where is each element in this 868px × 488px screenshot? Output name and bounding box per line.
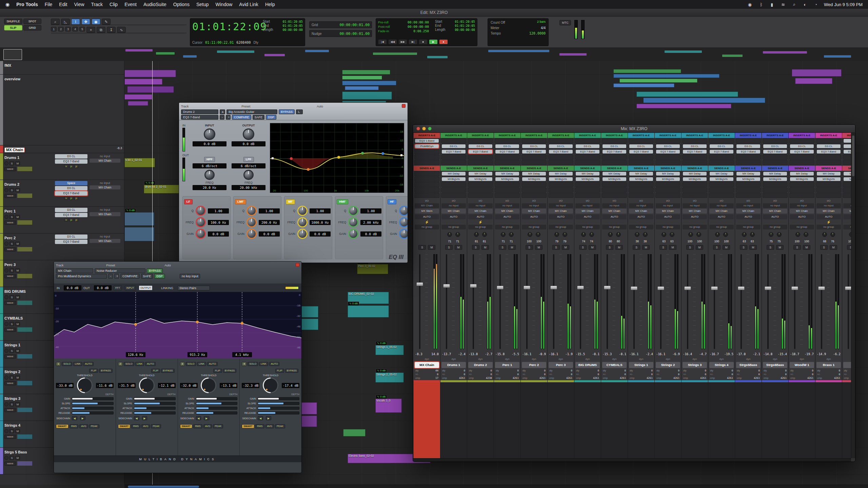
send-slot[interactable]: MXBigVrb: [602, 177, 627, 182]
next-preset-button[interactable]: +: [226, 115, 231, 120]
comments-area[interactable]: [842, 382, 851, 458]
input-path-selector[interactable]: no input: [602, 203, 627, 208]
output-path-selector[interactable]: MX Chain: [468, 209, 493, 214]
solo-button[interactable]: S: [9, 456, 14, 460]
smart-button[interactable]: SMART: [180, 424, 193, 428]
output-gain-knob[interactable]: [243, 128, 254, 140]
track-name[interactable]: fMX: [4, 63, 11, 67]
insert-slot[interactable]: [575, 138, 600, 143]
insert-slot[interactable]: [816, 138, 841, 143]
zoom-preset-2[interactable]: 2: [58, 27, 64, 32]
input-path-selector[interactable]: no input: [709, 203, 734, 208]
insert-eq3-7-band[interactable]: EQ3 7-Band: [522, 150, 546, 154]
channel-name-button[interactable]: Strings 1: [629, 362, 653, 368]
avg-button[interactable]: AVG: [203, 424, 212, 428]
send-slot[interactable]: MXBigVrb: [736, 177, 761, 182]
freq-knob[interactable]: [246, 217, 257, 227]
sidechain-next-button[interactable]: ▶: [142, 416, 147, 420]
mute-button[interactable]: M: [15, 456, 20, 460]
freq-knob[interactable]: [399, 217, 408, 227]
audio-clip[interactable]: [613, 69, 681, 73]
slope-slider[interactable]: [258, 402, 299, 405]
send-slot[interactable]: [575, 193, 600, 198]
fader-track[interactable]: [794, 254, 795, 349]
track-view-selector[interactable]: wave: [4, 274, 16, 278]
pan-knob-left[interactable]: [635, 232, 639, 237]
threshold-value[interactable]: -33.0 dB: [56, 383, 74, 388]
track-name[interactable]: Drums 2: [4, 182, 19, 186]
send-slot[interactable]: MX Delay: [575, 171, 600, 176]
solo-button[interactable]: S: [472, 245, 479, 250]
release-slider[interactable]: [72, 411, 114, 414]
pan-knob-right[interactable]: [777, 232, 782, 237]
insert-d3-cl[interactable]: D3 CL: [710, 144, 733, 148]
pan-controls[interactable]: [682, 229, 708, 240]
input-path-selector[interactable]: no input: [683, 203, 707, 208]
gain-knob[interactable]: [348, 229, 358, 239]
group-assignment[interactable]: no group: [415, 225, 439, 229]
insert-slot[interactable]: [789, 160, 814, 165]
automation-mode-selector[interactable]: AUTO: [656, 215, 680, 219]
insert-slot[interactable]: D3 CL: [521, 144, 547, 149]
track-view-selector[interactable]: wave: [4, 408, 16, 412]
solo-button[interactable]: S: [9, 215, 14, 219]
nudge-value[interactable]: 00:00:00:01.00: [339, 32, 370, 36]
target-button[interactable]: [402, 104, 406, 108]
insert-slot[interactable]: D3 CL: [763, 144, 788, 149]
pan-controls[interactable]: [655, 229, 681, 240]
sidechain-prev-button[interactable]: ◀: [196, 416, 201, 420]
release-slider[interactable]: [196, 411, 238, 414]
send-slot[interactable]: [816, 182, 841, 187]
track-name[interactable]: Perc 3: [4, 263, 16, 267]
menubar-clock[interactable]: Wed Jun 9 5:09 PM: [824, 2, 863, 7]
menu-item-track[interactable]: Track: [91, 2, 103, 7]
lpf-band-label[interactable]: LPF: [243, 157, 254, 162]
track-view-selector[interactable]: wave: [4, 221, 16, 225]
send-mxbigvrb[interactable]: MXBigVrb: [549, 177, 573, 181]
track-name[interactable]: Drums 1: [4, 156, 19, 160]
insertion-follows-icon[interactable]: ↧: [107, 27, 116, 33]
q-knob[interactable]: [246, 206, 257, 216]
insert-slot[interactable]: [709, 138, 734, 143]
pan-knob-left[interactable]: [474, 232, 479, 237]
send-slot[interactable]: MXBigVrb: [548, 177, 573, 182]
meter-value[interactable]: 4/4: [541, 25, 546, 31]
fader-track[interactable]: [499, 254, 501, 349]
flip-button[interactable]: FLIP: [151, 369, 160, 373]
attack-slider[interactable]: [258, 407, 299, 410]
depth-value[interactable]: -13.1 dB: [220, 383, 237, 388]
gain-slider[interactable]: [258, 397, 299, 400]
audio-clip[interactable]: [345, 86, 379, 90]
track-name[interactable]: CYMBALS: [4, 316, 23, 320]
fft-button[interactable]: FFT: [114, 285, 122, 290]
gain-slider[interactable]: [134, 397, 176, 400]
bypass-button[interactable]: BYPASS: [223, 369, 236, 373]
solo-button[interactable]: S: [633, 245, 640, 250]
mute-button[interactable]: M: [481, 245, 489, 250]
send-slot[interactable]: [843, 182, 851, 187]
insert-slot[interactable]: EQ3 7-Band: [495, 149, 520, 154]
rewind-button[interactable]: ◀◀: [388, 39, 397, 44]
pan-knob-right[interactable]: [455, 232, 460, 237]
comments-area[interactable]: [440, 382, 467, 458]
insert-eq3-7-band[interactable]: EQ3 7-Band: [549, 150, 573, 154]
sidechain-prev-button[interactable]: ◀: [258, 416, 263, 420]
send-slot[interactable]: [843, 187, 851, 192]
insert-eq3-7-band[interactable]: EQ3 7-Band: [55, 159, 87, 164]
audio-clip[interactable]: [342, 92, 392, 100]
audio-clip[interactable]: [301, 402, 317, 414]
threshold-value[interactable]: -32.0 dB: [180, 383, 198, 388]
insert-slot[interactable]: D3 CL: [495, 144, 520, 149]
mute-button[interactable]: M: [15, 295, 20, 299]
insert-d3-cl[interactable]: D3 CL: [442, 144, 466, 148]
fader-track[interactable]: [714, 254, 715, 349]
send-slot[interactable]: [575, 187, 600, 192]
track-name[interactable]: overview: [4, 77, 20, 81]
input-path[interactable]: no input: [90, 208, 120, 212]
automation-mode-selector[interactable]: AUTO: [736, 215, 761, 219]
fader-track[interactable]: [767, 254, 769, 349]
insert-slot[interactable]: [629, 160, 654, 165]
insert-slot[interactable]: [789, 138, 814, 143]
solo-button[interactable]: S: [847, 245, 851, 250]
solo-button[interactable]: S: [579, 245, 587, 250]
